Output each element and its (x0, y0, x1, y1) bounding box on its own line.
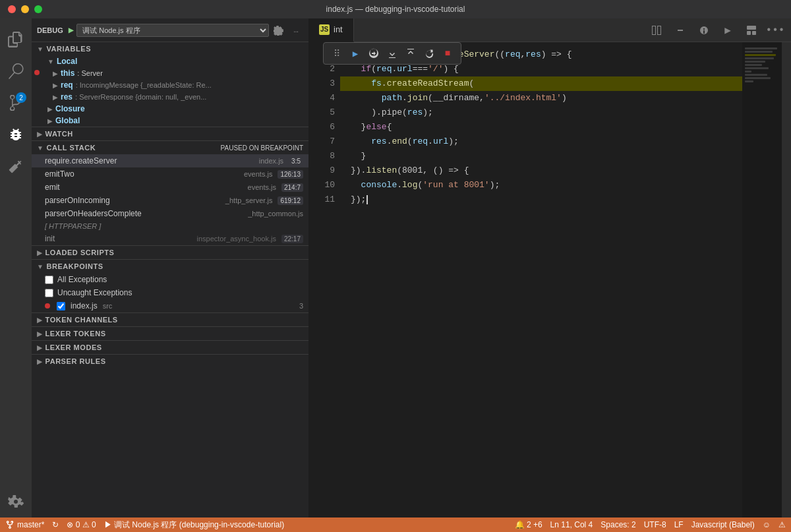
encoding: UTF-8 (644, 520, 666, 529)
breakpoints-triangle: ▼ (37, 263, 44, 270)
breadcrumb-icon[interactable] (693, 20, 715, 41)
local-label: Local (57, 57, 77, 66)
local-group[interactable]: ▼ Local (32, 55, 308, 67)
call-stack-title: CALL STACK (46, 144, 96, 152)
breakpoints-header[interactable]: ▼ BREAKPOINTS (32, 260, 308, 273)
call-stack-item-2[interactable]: emit events.js 214:7 (32, 181, 308, 194)
search-activity-btn[interactable] (0, 55, 32, 87)
encoding-item[interactable]: UTF-8 (644, 520, 666, 529)
code-editor[interactable]: 1 2 3 4 5 6 7 8 9 10 11 require('http').… (308, 42, 791, 517)
loaded-scripts-header[interactable]: ▶ LOADED SCRIPTS (32, 246, 308, 259)
closure-group[interactable]: ▶ Closure (32, 103, 308, 115)
extensions-activity-btn[interactable] (0, 150, 32, 182)
cs-loc-2: 214:7 (281, 183, 303, 192)
token-channels-header[interactable]: ▶ TOKEN CHANNELS (32, 313, 308, 326)
svg-rect-2 (752, 31, 756, 35)
smiley-item[interactable]: ☺ (763, 520, 771, 529)
errors-warnings-item[interactable]: ⊗ 0 ⚠ 0 (67, 520, 96, 529)
cs-loc-1: 126:13 (278, 170, 303, 179)
split-editor-icon[interactable] (646, 20, 667, 41)
bp-file-checkbox[interactable] (57, 302, 65, 310)
call-stack-header[interactable]: ▼ CALL STACK PAUSED ON BREAKPOINT (32, 141, 308, 154)
lexer-tokens-header[interactable]: ▶ LEXER TOKENS (32, 327, 308, 340)
debug-more-btn[interactable]: … (289, 23, 303, 38)
line-ending-item[interactable]: LF (674, 520, 684, 529)
debug-float-toolbar: ⠿ ▶ ■ (323, 42, 461, 65)
sidebar-content[interactable]: ▼ VARIABLES ▼ Local ▶ this : Server ▶ re… (32, 42, 308, 517)
breakpoints-section: ▼ BREAKPOINTS All Exceptions Uncaught Ex… (32, 259, 308, 312)
req-triangle: ▶ (53, 82, 58, 89)
watch-section-header[interactable]: ▶ WATCH (32, 127, 308, 140)
debug-drag-handle[interactable]: ⠿ (329, 45, 345, 61)
token-channels-triangle: ▶ (37, 316, 43, 324)
bp-count: 3 (299, 302, 303, 310)
spaces-item[interactable]: Spaces: 2 (601, 520, 635, 529)
debug-activity-btn[interactable] (0, 119, 32, 150)
maximize-window-btn[interactable] (34, 5, 42, 13)
settings-activity-btn[interactable] (0, 486, 32, 517)
all-exceptions-label: All Exceptions (57, 275, 107, 284)
debug-restart-btn[interactable] (421, 45, 437, 61)
debug-config-select[interactable]: 调试 Node.js 程序 (76, 24, 269, 37)
this-value: : Server (77, 69, 103, 77)
editor-tab-indexjs[interactable]: JS int (308, 18, 354, 42)
overflow-icon[interactable]: ••• (765, 20, 786, 41)
uncaught-exceptions-row[interactable]: Uncaught Exceptions (32, 286, 308, 299)
close-window-btn[interactable] (8, 5, 16, 13)
cs-name-2: emit (45, 183, 60, 192)
position-item[interactable]: Ln 11, Col 4 (550, 520, 593, 529)
sidebar-panel: DEBUG ▶ 调试 Node.js 程序 … ▼ VARIABLES ▼ Lo… (32, 18, 308, 517)
debug-stop-btn[interactable]: ■ (440, 45, 455, 61)
parser-rules-header[interactable]: ▶ PARSER RULES (32, 355, 308, 368)
variables-section-header[interactable]: ▼ VARIABLES (32, 42, 308, 55)
debug-status-item[interactable]: ▶ 调试 Node.js 程序 (debugging-in-vscode-tut… (104, 519, 284, 531)
warning-item[interactable]: ⚠ (778, 520, 786, 529)
debug-step-out-btn[interactable] (403, 45, 419, 61)
res-triangle: ▶ (53, 94, 58, 101)
more-actions-icon[interactable] (670, 20, 691, 41)
js-file-icon: JS (319, 24, 330, 35)
loaded-scripts-triangle: ▶ (37, 249, 43, 256)
lexer-tokens-triangle: ▶ (37, 330, 43, 338)
code-content[interactable]: require('http').createServer((req, res) … (340, 42, 742, 517)
this-var[interactable]: ▶ this : Server (32, 67, 308, 79)
editor-scrollbar[interactable] (782, 42, 791, 517)
notifications-item[interactable]: 🔔 2 +6 (515, 520, 542, 529)
all-exceptions-row[interactable]: All Exceptions (32, 273, 308, 286)
minimize-window-btn[interactable] (21, 5, 29, 13)
uncaught-exceptions-checkbox[interactable] (45, 289, 53, 297)
lexer-modes-title: LEXER MODES (45, 343, 102, 351)
sync-icon-item[interactable]: ↻ (52, 520, 59, 529)
debug-step-over-btn[interactable] (366, 45, 382, 61)
debug-play-btn[interactable]: ▶ (69, 24, 74, 36)
loaded-scripts-section: ▶ LOADED SCRIPTS (32, 245, 308, 259)
smiley-icon: ☺ (763, 520, 771, 529)
lexer-modes-header[interactable]: ▶ LEXER MODES (32, 341, 308, 354)
tab-label: int (334, 24, 343, 34)
req-var[interactable]: ▶ req : IncomingMessage {_readableState:… (32, 79, 308, 91)
call-stack-item-3[interactable]: parserOnIncoming _http_server.js 619:12 (32, 194, 308, 207)
global-group[interactable]: ▶ Global (32, 115, 308, 127)
call-stack-item-4[interactable]: parserOnHeadersComplete _http_common.js (32, 207, 308, 220)
svg-rect-1 (747, 31, 751, 35)
breakpoint-file-item[interactable]: index.js src 3 (32, 299, 308, 312)
cs-name-3: parserOnIncoming (45, 196, 110, 205)
res-var[interactable]: ▶ res : ServerResponse {domain: null, _e… (32, 91, 308, 103)
files-activity-btn[interactable] (0, 24, 32, 55)
language-item[interactable]: Javascript (Babel) (691, 520, 755, 529)
call-stack-item-1[interactable]: emitTwo events.js 126:13 (32, 167, 308, 181)
lexer-tokens-section: ▶ LEXER TOKENS (32, 326, 308, 340)
debug-step-into-btn[interactable] (384, 45, 400, 61)
call-stack-item-6[interactable]: init inspector_async_hook.js 22:17 (32, 232, 308, 245)
debug-continue-btn[interactable]: ▶ (347, 45, 363, 61)
all-exceptions-checkbox[interactable] (45, 276, 53, 284)
debug-settings-btn[interactable] (272, 23, 286, 38)
git-branch-item[interactable]: master* (5, 520, 44, 529)
sync-icon: ↻ (52, 520, 59, 529)
warning-icon: ⚠ (778, 520, 786, 529)
call-stack-item-0[interactable]: require.createServer index.js 3:5 (32, 154, 308, 167)
run-code-icon[interactable]: ▶ (717, 20, 738, 41)
source-control-activity-btn[interactable]: 2 (0, 87, 32, 119)
layout-icon[interactable] (741, 20, 762, 41)
language: Javascript (Babel) (691, 520, 755, 529)
